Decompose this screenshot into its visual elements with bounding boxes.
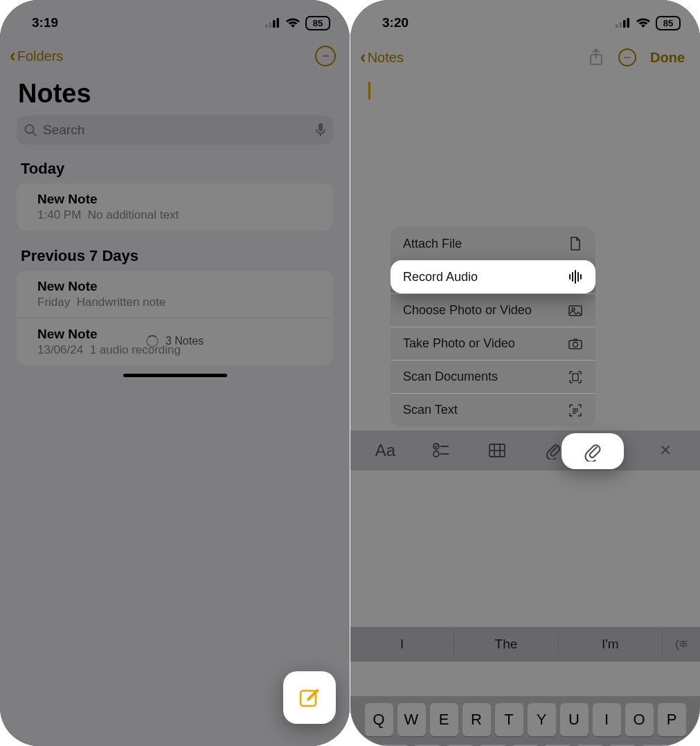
keyboard-language-hint[interactable]: (क [663,638,700,651]
back-button[interactable]: ‹ Notes [360,48,404,68]
compose-button[interactable] [283,671,336,724]
note-title: New Note [37,192,319,207]
done-button[interactable]: Done [650,50,685,66]
section-card: New Note 1:40 PM No additional text [17,183,333,230]
svg-rect-2 [273,20,276,28]
svg-rect-1 [269,22,272,28]
key-r[interactable]: R [463,703,491,736]
chevron-left-icon: ‹ [360,46,366,68]
menu-scan-text[interactable]: Scan Text [391,393,595,426]
key-i[interactable]: I [593,703,621,736]
svg-rect-10 [620,22,622,28]
svg-point-4 [26,125,34,134]
status-time: 3:19 [32,15,58,30]
page-title: Notes [0,71,350,114]
share-icon [588,48,604,67]
back-button[interactable]: ‹ Folders [10,46,63,66]
wifi-icon [636,17,651,28]
svg-rect-12 [627,18,630,28]
svg-rect-6 [318,123,323,131]
note-title: New Note [37,279,319,294]
chevron-left-icon: ‹ [10,45,16,66]
compose-icon [298,686,321,709]
text-format-button[interactable]: Aa [367,436,403,465]
dictation-icon[interactable] [315,122,326,138]
waveform-icon [568,269,583,284]
search-input[interactable] [43,122,309,138]
battery-icon: 85 [305,16,330,30]
status-bar: 3:20 85 [350,0,700,37]
section-header: Previous 7 Days [0,232,350,269]
text-scan-icon [568,403,583,418]
svg-rect-3 [277,18,280,28]
doc-scan-icon [568,370,583,385]
more-button[interactable]: ··· [315,46,336,66]
status-bar: 3:19 85 [0,0,350,37]
svg-rect-0 [265,24,268,28]
key-p[interactable]: P [658,703,686,736]
svg-rect-9 [616,24,618,28]
key-y[interactable]: Y [528,703,556,736]
more-button[interactable]: ··· [618,48,636,66]
table-icon [488,442,506,460]
key-e[interactable]: E [430,703,458,736]
section-card: New Note Friday Handwritten note New Not… [17,271,333,365]
keyboard: QWERTYUIOP ASDFGHJKL ZXCVBNM 123 A क [350,696,700,746]
footer: 3 Notes [0,335,350,347]
svg-point-31 [573,342,578,347]
attachment-menu: Attach File Record Audio Choose Photo or… [391,227,595,426]
menu-attach-file[interactable]: Attach File [391,227,595,260]
svg-line-5 [33,133,37,136]
status-time: 3:20 [382,15,409,30]
battery-icon: 85 [656,16,681,30]
suggestion[interactable]: I'm [559,633,663,655]
nav-bar: ‹ Folders ··· [0,37,350,71]
checklist-button[interactable] [423,436,459,465]
note-row[interactable]: New Note Friday Handwritten note [17,271,333,318]
note-row[interactable]: New Note 1:40 PM No additional text [17,183,333,230]
paperclip-icon [582,441,603,462]
svg-rect-32 [573,374,578,381]
sync-spinner-icon [146,335,159,347]
svg-point-29 [572,308,575,311]
svg-point-16 [433,451,439,457]
menu-record-audio[interactable]: Record Audio [391,260,595,293]
attachment-button-highlight[interactable] [562,433,624,469]
close-toolbar-button[interactable]: ✕ [647,436,683,465]
file-icon [568,236,583,251]
search-bar[interactable] [17,116,333,145]
key-t[interactable]: T [495,703,523,736]
text-cursor [368,82,370,100]
format-toolbar: Aa ✕ [350,430,700,471]
key-o[interactable]: O [625,703,654,736]
checklist-icon [432,442,450,460]
home-indicator[interactable] [123,374,227,377]
suggestion[interactable]: The [454,633,558,655]
cellular-icon [616,18,631,28]
menu-take-photo[interactable]: Take Photo or Video [391,327,595,360]
suggestion-bar: I The I'm (क [350,627,700,662]
menu-scan-documents[interactable]: Scan Documents [391,360,595,393]
wifi-icon [285,17,300,28]
key-w[interactable]: W [397,703,426,736]
table-button[interactable] [479,436,515,465]
key-u[interactable]: U [560,703,589,736]
nav-bar: ‹ Notes ··· Done [350,37,700,73]
note-editor[interactable] [350,73,700,156]
paperclip-icon [544,442,562,460]
menu-choose-photo[interactable]: Choose Photo or Video [391,293,595,327]
photo-icon [568,303,583,318]
suggestion[interactable]: I [350,633,454,655]
notes-count: 3 Notes [165,335,204,347]
svg-rect-11 [623,20,626,28]
magnifier-icon [24,123,37,137]
share-button[interactable] [588,48,604,67]
back-label: Folders [17,48,64,64]
cellular-icon [265,18,280,28]
back-label: Notes [368,50,404,66]
camera-icon [568,336,583,352]
key-q[interactable]: Q [365,703,393,736]
section-header: Today [0,145,350,182]
